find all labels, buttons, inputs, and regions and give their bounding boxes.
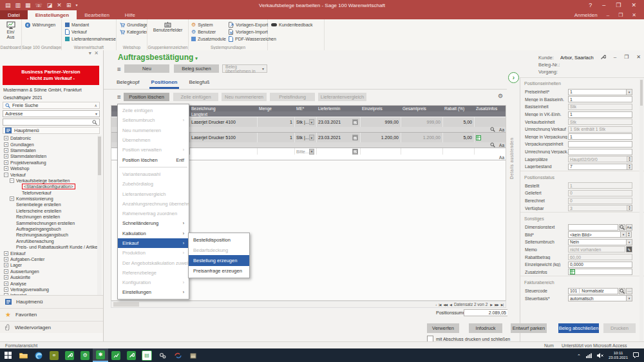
ribbon-item-ein-aus[interactable]: Ein/ Aus (0, 19, 21, 40)
cell-liefertermin[interactable]: 23.03.2021 (316, 133, 360, 142)
toolbar-button-position-löschen[interactable]: Position löschen (124, 93, 169, 101)
save-icon[interactable]: ▤ (5, 0, 11, 10)
more-options-icon[interactable]: ⋯ (626, 288, 632, 294)
cell-menge[interactable]: 1 (257, 117, 294, 127)
minimize-icon[interactable]: – (602, 2, 605, 8)
edit-pencil-icon[interactable]: ✎ (626, 246, 632, 252)
network-icon[interactable] (586, 353, 592, 358)
sidebar-nav-favoriten[interactable]: ★Favoriten (0, 308, 103, 320)
field-input[interactable]: <kein Bild> (568, 231, 621, 238)
field-input[interactable]: 7 (568, 164, 627, 170)
footer-button-verwerfen[interactable]: Verwerfen (427, 323, 459, 333)
menu-item-schnelländerung[interactable]: Schnelländerung› (118, 218, 189, 228)
panel-scrollbar[interactable] (639, 79, 643, 343)
field-input[interactable] (568, 149, 632, 155)
tree-item-rechnungsausgangsbuch[interactable]: Rechnungsausgangsbuch (1, 232, 97, 238)
ribbon-item-system[interactable]: ⚙System (191, 21, 226, 28)
search-input[interactable] (3, 119, 100, 126)
tree-item-grundlagen[interactable]: +Grundlagen (1, 141, 97, 147)
calendar-icon[interactable]: ▦ (25, 0, 31, 10)
chevron-down-icon[interactable]: ▾ (627, 89, 632, 95)
ribbon-item-mandant[interactable]: Mandant (65, 21, 116, 28)
sage-admin-icon[interactable]: ⚙ (77, 348, 93, 362)
ribbon-tab-hilfe[interactable]: Hilfe (117, 10, 143, 19)
ribbon-item-kategorien[interactable]: Kategorien (120, 28, 147, 35)
tree-item-lieferscheine-erstellen[interactable]: Lieferscheine erstellen (1, 208, 97, 214)
search-icon[interactable] (490, 127, 495, 132)
cell-bezeichnung[interactable]: Laserjet Drucker 4100 (189, 117, 257, 127)
cell-rabatt[interactable]: 5,00 (442, 133, 474, 142)
document-icon[interactable]: ▥ (15, 0, 21, 10)
toolbar-menu-icon[interactable]: ≡ (117, 66, 121, 73)
tree-item-anrufüberwachung[interactable]: Anrufüberwachung (1, 238, 97, 244)
collapse-icon[interactable]: − (10, 178, 14, 183)
spinner-icon[interactable]: ▲▼ (627, 164, 632, 170)
expand-icon[interactable]: + (4, 136, 8, 140)
neu-button[interactable]: Neu (124, 64, 169, 73)
tab-belegkopf[interactable]: Belegkopf (111, 76, 146, 89)
me-dropdown-icon[interactable]: ▾ (309, 135, 314, 140)
expand-icon[interactable]: + (4, 269, 8, 274)
sidebar-scrollbar[interactable] (97, 135, 102, 299)
start-button[interactable] (0, 348, 15, 362)
cell-me[interactable]: Stk |...▾ (294, 117, 316, 127)
record-first-icon[interactable]: |◀ (439, 303, 440, 307)
menu-item-einkauf[interactable]: Einkauf› (118, 238, 189, 248)
column-header-einzelpreis[interactable]: Einzelpreis (360, 106, 401, 111)
tree-item-aufgaben-center[interactable]: +Aufgaben-Center (1, 256, 97, 262)
field-input[interactable]: 1 (568, 96, 632, 102)
field-input[interactable]: Nein (568, 239, 627, 245)
record-prev-page-icon[interactable]: ◀◀ (443, 303, 447, 307)
menu-item-kalkulation[interactable]: Kalkulation› (118, 229, 189, 238)
field-input[interactable]: 1 (568, 89, 627, 95)
collapse-icon[interactable]: − (4, 173, 8, 177)
sidebar-nav-hauptmenü[interactable]: Hauptmenü (0, 295, 103, 307)
expand-icon[interactable]: + (4, 281, 8, 286)
text-format-icon[interactable]: Aa (626, 224, 632, 231)
wrench-icon[interactable] (600, 54, 606, 60)
help-icon[interactable]: ? (589, 2, 592, 8)
column-header-langtext[interactable]: Langtext (189, 111, 257, 117)
pin-icon[interactable]: ▾ (89, 50, 91, 56)
field-input[interactable] (568, 269, 632, 275)
import-icon[interactable]: ◪ (47, 0, 53, 10)
close-icon[interactable]: ✕ (631, 2, 636, 8)
cell-menge[interactable]: 1 (257, 133, 294, 142)
file-explorer-icon[interactable] (15, 348, 31, 362)
me-dropdown-icon[interactable]: ▾ (309, 119, 314, 125)
sage-database-icon[interactable]: ¤ (46, 348, 62, 362)
record-last-icon[interactable]: ▶| (501, 303, 503, 307)
column-header-me-[interactable]: ME* (294, 106, 316, 111)
expand-icon[interactable]: + (4, 142, 8, 147)
search-icon[interactable] (490, 142, 495, 148)
restore-icon[interactable]: ❐ (624, 54, 629, 60)
cell-me[interactable]: Stk |...▾ (294, 133, 316, 142)
expand-icon[interactable]: + (4, 263, 8, 267)
cell-einzelpreis[interactable]: 999,00 (360, 117, 401, 127)
column-header-menge[interactable]: Menge (257, 106, 294, 111)
cell-zusatzinfos[interactable] (474, 133, 506, 142)
tree-item-vertragsverwaltung[interactable]: +Vertragsverwaltung (1, 287, 97, 292)
search-icon[interactable] (619, 224, 625, 231)
tree-item-projektverwaltung[interactable]: +Projektverwaltung (1, 160, 97, 166)
sage-chart-icon[interactable] (108, 348, 124, 362)
calendar-icon[interactable] (352, 135, 358, 140)
tree-item-stammdaten[interactable]: +Stammdaten (1, 148, 97, 153)
sage-document-icon[interactable]: ▤ (139, 348, 155, 362)
field-input[interactable]: 1 (568, 111, 632, 118)
tree-item-stammdatenlisten[interactable]: +Stammdatenlisten (1, 153, 97, 159)
text-format-icon[interactable]: Aa (499, 155, 504, 160)
ribbon-tab-bearbeiten[interactable]: Bearbeiten (77, 10, 117, 19)
field-input[interactable]: 1 (568, 133, 632, 140)
sidebar-pin-close[interactable]: ▾ ✕ (0, 50, 102, 58)
tree-item--standardkonfiguration-[interactable]: <Standardkonfiguration> (1, 184, 97, 189)
expand-icon[interactable]: + (4, 154, 8, 158)
sidebar-nav-wiedervorlagen[interactable]: Wiedervorlagen (0, 321, 103, 333)
tree-item-webshop[interactable]: +Webshop (1, 166, 97, 171)
horizontal-scrollbar[interactable] (113, 302, 139, 307)
details-expand-icon[interactable]: › (508, 72, 519, 83)
spinner-icon[interactable]: ▲▼ (627, 231, 632, 238)
tree-item-serienbelege-erstellen[interactable]: Serienbelege erstellen (1, 202, 97, 207)
edge-icon[interactable] (31, 348, 46, 362)
tree-item-telefonverkauf[interactable]: Telefonverkauf (1, 190, 97, 196)
